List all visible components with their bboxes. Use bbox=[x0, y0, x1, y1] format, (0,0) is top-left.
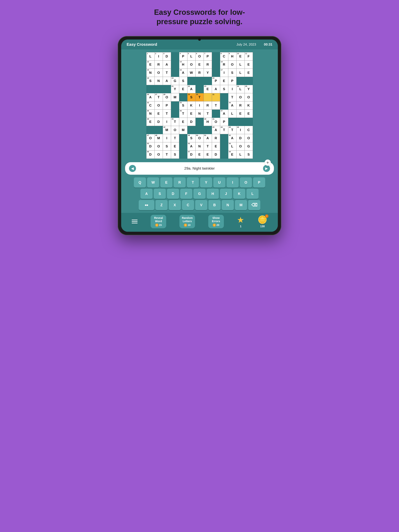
cell-r8-c5[interactable]: D bbox=[187, 118, 195, 126]
kb-key-z[interactable]: Z bbox=[155, 200, 167, 210]
cell-r4-c9[interactable]: S bbox=[220, 85, 228, 93]
cell-r9-c9[interactable]: 44T bbox=[220, 126, 228, 134]
cell-r8-c6[interactable] bbox=[195, 118, 204, 126]
random-letters-button[interactable]: RandomLetters ● 10 bbox=[180, 215, 195, 228]
cell-r4-c12[interactable]: 25Y bbox=[245, 85, 253, 93]
cell-r12-c4[interactable] bbox=[179, 151, 187, 159]
cell-r8-c10[interactable] bbox=[228, 118, 236, 126]
cell-r2-c12[interactable]: E bbox=[245, 69, 253, 77]
cell-r6-c3[interactable] bbox=[171, 101, 179, 110]
cell-r1-c12[interactable]: E bbox=[245, 61, 253, 69]
cell-r12-c9[interactable] bbox=[220, 151, 228, 159]
cell-r7-c12[interactable]: E bbox=[245, 110, 253, 118]
cell-r3-c2[interactable]: A bbox=[163, 77, 171, 85]
plus-button[interactable]: + bbox=[264, 159, 271, 166]
cell-r6-c7[interactable]: R bbox=[204, 101, 212, 110]
cell-r5-c0[interactable]: 26A bbox=[146, 93, 154, 101]
kb-key-h[interactable]: H bbox=[207, 189, 219, 199]
cell-r11-c8[interactable]: E bbox=[212, 142, 220, 151]
cell-r11-c6[interactable]: N bbox=[195, 142, 204, 151]
cell-r9-c2[interactable]: 42M bbox=[163, 126, 171, 134]
cell-r4-c10[interactable]: I bbox=[228, 85, 236, 93]
cell-r0-c0[interactable]: 1L bbox=[146, 52, 154, 61]
cell-r0-c7[interactable]: 7P bbox=[204, 52, 212, 61]
cell-r11-c4[interactable] bbox=[179, 142, 187, 151]
kb-key-n[interactable]: N bbox=[222, 200, 234, 210]
cell-r10-c2[interactable]: I bbox=[163, 134, 171, 142]
kb-key-q[interactable]: Q bbox=[134, 177, 146, 188]
cell-r5-c11[interactable]: O bbox=[236, 93, 245, 101]
cell-r2-c0[interactable]: 15N bbox=[146, 69, 154, 77]
cell-r11-c11[interactable]: O bbox=[236, 142, 245, 151]
cell-r6-c9[interactable] bbox=[220, 101, 228, 110]
cell-r11-c10[interactable]: 55L bbox=[228, 142, 236, 151]
cell-r4-c5[interactable]: 22A bbox=[187, 85, 195, 93]
cell-r8-c3[interactable]: 39T bbox=[171, 118, 179, 126]
cell-r10-c12[interactable]: O bbox=[245, 134, 253, 142]
cell-r3-c6[interactable] bbox=[195, 77, 204, 85]
cell-r3-c1[interactable]: N bbox=[154, 77, 163, 85]
cell-r1-c5[interactable]: O bbox=[187, 61, 195, 69]
cell-r5-c7[interactable] bbox=[204, 93, 212, 101]
cell-r7-c3[interactable] bbox=[171, 110, 179, 118]
cell-r7-c6[interactable]: N bbox=[195, 110, 204, 118]
cell-r1-c6[interactable]: E bbox=[195, 61, 204, 69]
kb-key-v[interactable]: V bbox=[195, 200, 207, 210]
cell-r5-c1[interactable]: 27T bbox=[154, 93, 163, 101]
reveal-word-button[interactable]: RevealWord ● 15 bbox=[151, 215, 166, 228]
cell-r9-c12[interactable]: C bbox=[245, 126, 253, 134]
cell-r12-c0[interactable]: 56D bbox=[146, 151, 154, 159]
cell-r12-c11[interactable]: L bbox=[236, 151, 245, 159]
cell-r11-c3[interactable]: E bbox=[171, 142, 179, 151]
cell-r4-c7[interactable]: 23E bbox=[204, 85, 212, 93]
cell-r5-c2[interactable]: 28O bbox=[163, 93, 171, 101]
star-button[interactable]: ★ 1 bbox=[237, 215, 244, 228]
kb-key-l[interactable]: L bbox=[246, 189, 258, 199]
cell-r4-c3[interactable]: 21Y bbox=[171, 85, 179, 93]
cell-r3-c0[interactable]: 18S bbox=[146, 77, 154, 85]
cell-r3-c11[interactable] bbox=[236, 77, 245, 85]
kb-key-g[interactable]: G bbox=[193, 189, 206, 199]
cell-r8-c0[interactable]: 38E bbox=[146, 118, 154, 126]
cell-r4-c6[interactable] bbox=[195, 85, 204, 93]
crossword-grid[interactable]: 1L2I3D4P5L6O7P8C9H10E11F12ERA13HOER14ROL… bbox=[146, 52, 253, 159]
cell-r6-c0[interactable]: 32C bbox=[146, 101, 154, 110]
prev-clue-button[interactable]: ◀ bbox=[129, 165, 136, 172]
kb-key-c[interactable]: C bbox=[182, 200, 194, 210]
kb-key-t[interactable]: T bbox=[187, 177, 199, 188]
kb-special-key[interactable]: ■■ bbox=[139, 200, 154, 210]
cell-r11-c7[interactable]: T bbox=[204, 142, 212, 151]
kb-key-w[interactable]: W bbox=[147, 177, 159, 188]
kb-key-x[interactable]: X bbox=[169, 200, 181, 210]
cell-r1-c3[interactable] bbox=[171, 61, 179, 69]
cell-r9-c5[interactable] bbox=[187, 126, 195, 134]
cell-r10-c6[interactable]: 50O bbox=[195, 134, 204, 142]
cell-r4-c4[interactable]: E bbox=[179, 85, 187, 93]
kb-key-a[interactable]: A bbox=[141, 189, 153, 199]
cell-r1-c11[interactable]: L bbox=[236, 61, 245, 69]
cell-r11-c12[interactable]: G bbox=[245, 142, 253, 151]
cell-r0-c9[interactable]: 8C bbox=[220, 52, 228, 61]
cell-r12-c1[interactable]: O bbox=[154, 151, 163, 159]
cell-r5-c9[interactable] bbox=[220, 93, 228, 101]
cell-r8-c11[interactable] bbox=[236, 118, 245, 126]
cell-r12-c5[interactable]: 57D bbox=[187, 151, 195, 159]
cell-r9-c8[interactable]: 43A bbox=[212, 126, 220, 134]
cell-r8-c4[interactable]: E bbox=[179, 118, 187, 126]
cell-r5-c4[interactable] bbox=[179, 93, 187, 101]
cell-r9-c0[interactable] bbox=[146, 126, 154, 134]
cell-r6-c5[interactable]: K bbox=[187, 101, 195, 110]
cell-r12-c2[interactable]: T bbox=[163, 151, 171, 159]
cell-r4-c0[interactable] bbox=[146, 85, 154, 93]
kb-key-e[interactable]: E bbox=[160, 177, 172, 188]
menu-button[interactable] bbox=[132, 220, 138, 223]
cell-r11-c0[interactable]: 53D bbox=[146, 142, 154, 151]
cell-r7-c7[interactable]: T bbox=[204, 110, 212, 118]
kb-key-o[interactable]: O bbox=[240, 177, 252, 188]
cell-r6-c1[interactable]: O bbox=[154, 101, 163, 110]
cell-r3-c4[interactable]: S bbox=[179, 77, 187, 85]
cell-r10-c0[interactable]: 47O bbox=[146, 134, 154, 142]
cell-r8-c1[interactable]: D bbox=[154, 118, 163, 126]
cell-r2-c5[interactable]: W bbox=[187, 69, 195, 77]
cell-r7-c4[interactable]: 36T bbox=[179, 110, 187, 118]
